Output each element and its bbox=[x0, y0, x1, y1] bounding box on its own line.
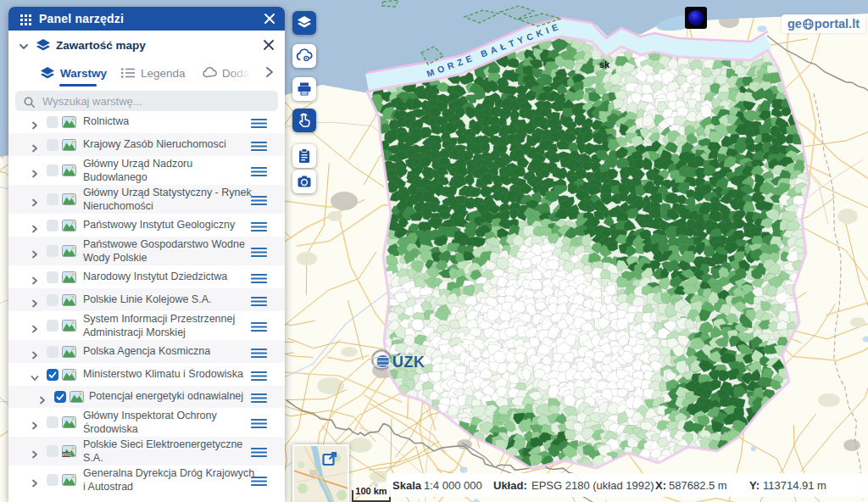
layer-row[interactable]: Generalna Dyrekcja Dróg Krajowychi Autos… bbox=[8, 466, 285, 494]
layer-checkbox[interactable] bbox=[47, 474, 58, 486]
layer-menu-icon[interactable] bbox=[251, 370, 267, 381]
layer-checkbox[interactable] bbox=[47, 294, 58, 306]
tool-cloud-download-button[interactable] bbox=[292, 44, 316, 68]
layer-thumbnail-icon bbox=[62, 220, 76, 231]
layer-checkbox[interactable] bbox=[47, 245, 58, 257]
layer-search-input[interactable] bbox=[41, 94, 256, 109]
layer-thumbnail-icon bbox=[62, 320, 76, 332]
chevron-right-icon[interactable] bbox=[31, 348, 39, 356]
layer-row[interactable]: Państwowy Instytut Geologiczny bbox=[8, 214, 285, 237]
chevron-right-icon[interactable] bbox=[31, 273, 39, 282]
layer-row[interactable]: Państwowe Gospodarstwo WodneWody Polskie bbox=[8, 237, 285, 265]
layer-thumbnail-icon bbox=[62, 271, 76, 283]
chevron-right-icon[interactable] bbox=[31, 418, 39, 427]
layer-thumbnail-icon bbox=[62, 346, 76, 358]
layer-checkbox[interactable] bbox=[47, 369, 58, 381]
expand-map-button[interactable] bbox=[321, 450, 338, 467]
layer-row[interactable]: Narodowy Instytut Dziedzictwa bbox=[8, 265, 285, 288]
layer-row[interactable]: Polskie Linie Kolejowe S.A. bbox=[8, 288, 285, 311]
layer-checkbox[interactable] bbox=[47, 271, 58, 283]
tab-dodatkowe[interactable]: Dodat bbox=[203, 63, 253, 83]
layer-thumbnail-icon bbox=[62, 245, 76, 257]
section-title: Zawartość mapy bbox=[56, 39, 146, 52]
tool-camera-button[interactable] bbox=[292, 170, 316, 193]
chevron-right-icon[interactable] bbox=[38, 393, 47, 401]
scale-label: Skala bbox=[392, 479, 421, 492]
layer-label: Główny Inspektorat OchronyŚrodowiska bbox=[83, 410, 268, 436]
chevron-right-icon[interactable] bbox=[31, 221, 39, 230]
chevron-right-icon[interactable] bbox=[31, 247, 39, 255]
layer-row[interactable]: Główny Inspektorat OchronyŚrodowiska bbox=[8, 408, 285, 437]
layer-menu-icon[interactable] bbox=[251, 295, 267, 306]
layer-row[interactable]: Ministerstwo Klimatu i Środowiska bbox=[8, 363, 285, 386]
layer-row[interactable]: WMSPolskie Sieci ElektroenergetyczneS.A. bbox=[8, 437, 285, 466]
chevron-right-icon[interactable] bbox=[31, 476, 39, 484]
panel-header[interactable]: Panel narzędzi bbox=[8, 7, 285, 31]
layer-checkbox[interactable] bbox=[47, 320, 58, 332]
layer-menu-icon[interactable] bbox=[251, 140, 267, 151]
tool-printer-button[interactable] bbox=[292, 77, 316, 101]
layer-checkbox[interactable] bbox=[47, 445, 58, 457]
panel-title: Panel narzędzi bbox=[39, 12, 124, 25]
chevron-right-icon[interactable] bbox=[31, 118, 39, 126]
layer-row[interactable]: System Informacji PrzestrzennejAdministr… bbox=[8, 311, 285, 340]
chevron-right-icon[interactable] bbox=[31, 447, 39, 455]
dark-sphere-icon[interactable] bbox=[685, 7, 707, 29]
chevron-right-icon[interactable] bbox=[31, 141, 39, 149]
section-close-icon[interactable] bbox=[263, 39, 275, 51]
layer-checkbox[interactable] bbox=[47, 193, 58, 205]
panel-close-icon[interactable] bbox=[263, 12, 276, 25]
cloud-icon bbox=[203, 67, 216, 79]
tab-legenda[interactable]: Legenda bbox=[121, 63, 186, 83]
layer-menu-icon[interactable] bbox=[251, 321, 267, 332]
layer-label: Rolnictwa bbox=[83, 115, 268, 129]
layer-checkbox[interactable] bbox=[47, 220, 58, 231]
chevron-right-icon[interactable] bbox=[31, 166, 39, 175]
layer-menu-icon[interactable] bbox=[251, 347, 267, 358]
layer-menu-icon[interactable] bbox=[251, 246, 267, 257]
scale-bar: 100 km bbox=[352, 490, 391, 502]
tabs-more-chevron-icon[interactable] bbox=[264, 65, 276, 79]
layer-thumbnail-icon bbox=[62, 474, 76, 486]
layer-menu-icon[interactable] bbox=[251, 272, 267, 283]
chevron-right-icon[interactable] bbox=[31, 195, 39, 204]
tool-clipboard-button[interactable] bbox=[292, 144, 316, 168]
layers-icon bbox=[41, 67, 54, 79]
layer-menu-icon[interactable] bbox=[251, 165, 267, 176]
layer-menu-icon[interactable] bbox=[251, 220, 267, 231]
tab-warstwy[interactable]: Warstwy bbox=[41, 63, 107, 83]
layer-row[interactable]: Krajowy Zasób Nieruchomosci bbox=[8, 133, 285, 156]
crs-label: Układ: bbox=[493, 479, 527, 492]
layer-checkbox[interactable] bbox=[47, 165, 58, 176]
layer-row[interactable]: Główny Urząd Statystyczny - RynekNieruch… bbox=[8, 185, 285, 214]
layer-label: Państwowe Gospodarstwo WodneWody Polskie bbox=[83, 238, 268, 265]
layer-menu-icon[interactable] bbox=[251, 194, 267, 205]
layer-menu-icon[interactable] bbox=[251, 117, 267, 128]
layer-row[interactable]: Rolnictwa bbox=[8, 111, 285, 133]
layer-row[interactable]: Potencjał energetyki odnawialnej bbox=[8, 386, 285, 408]
layer-row[interactable]: Polska Agencja Kosmiczna bbox=[8, 340, 285, 363]
layer-search[interactable] bbox=[15, 91, 278, 111]
layer-row[interactable]: Główny Urząd NadzoruBudowlanego bbox=[8, 156, 285, 185]
chevron-down-icon[interactable] bbox=[19, 40, 29, 50]
tool-layers-button[interactable] bbox=[292, 11, 316, 35]
layer-checkbox[interactable] bbox=[47, 346, 58, 358]
layer-checkbox[interactable] bbox=[54, 391, 66, 403]
y-label: Y: bbox=[749, 479, 760, 492]
tool-touch-button[interactable] bbox=[292, 109, 316, 132]
svg-text:WMS: WMS bbox=[62, 453, 71, 457]
geoportal-watermark: ge portal.lt bbox=[782, 14, 865, 33]
layer-label: Ministerstwo Klimatu i Środowiska bbox=[83, 368, 268, 382]
chevron-down-icon[interactable] bbox=[31, 371, 39, 379]
map-content-header[interactable]: Zawartość mapy bbox=[8, 34, 285, 56]
layer-menu-icon[interactable] bbox=[251, 392, 267, 403]
layer-menu-icon[interactable] bbox=[251, 417, 267, 428]
layer-checkbox[interactable] bbox=[47, 116, 58, 128]
layer-label: Główny Urząd Statystyczny - RynekNieruch… bbox=[83, 187, 268, 213]
layer-checkbox[interactable] bbox=[47, 139, 58, 151]
chevron-right-icon[interactable] bbox=[31, 321, 39, 330]
chevron-right-icon[interactable] bbox=[31, 296, 39, 304]
layer-checkbox[interactable] bbox=[47, 416, 58, 428]
layer-menu-icon[interactable] bbox=[251, 446, 267, 457]
layer-menu-icon[interactable] bbox=[251, 475, 267, 486]
